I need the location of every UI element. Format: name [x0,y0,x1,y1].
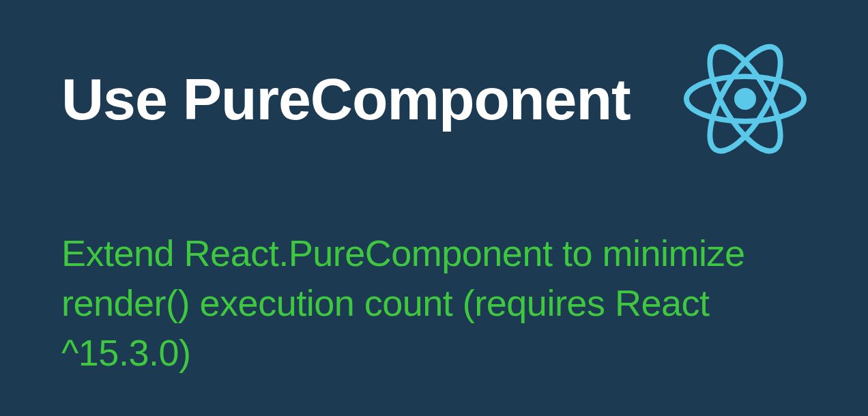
svg-point-0 [734,88,756,110]
slide-description: Extend React.PureComponent to minimize r… [61,228,807,378]
slide-title: Use PureComponent [61,65,631,133]
slide-header: Use PureComponent [61,38,807,160]
react-logo-icon [684,38,807,160]
